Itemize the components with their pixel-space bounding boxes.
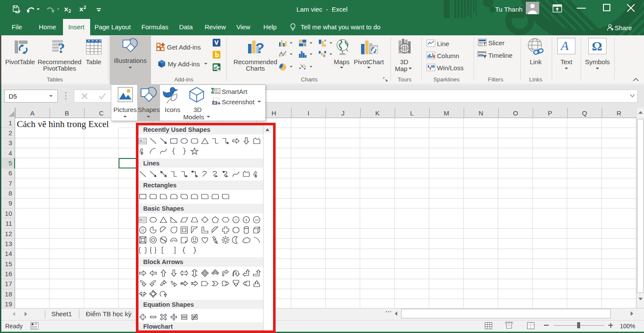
svg-text:?: ? xyxy=(58,40,65,55)
svg-text:?: ? xyxy=(255,40,264,55)
